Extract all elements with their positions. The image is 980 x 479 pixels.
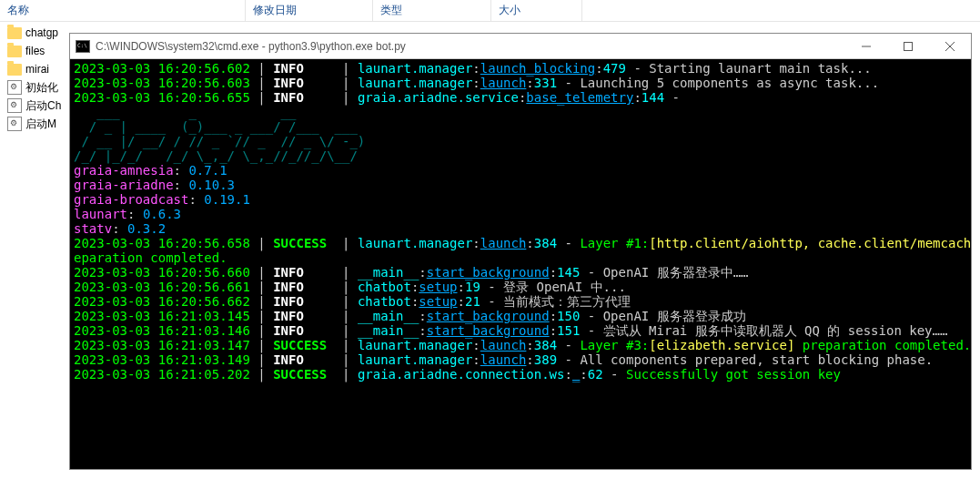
col-date[interactable]: 修改日期: [246, 0, 373, 22]
cmd-body[interactable]: 2023-03-03 16:20:56.602 | INFO | launart…: [70, 59, 971, 469]
col-type[interactable]: 类型: [373, 0, 491, 22]
folder-icon: [7, 46, 22, 57]
minimize-button[interactable]: [845, 34, 887, 59]
col-name[interactable]: 名称: [0, 0, 246, 22]
window-controls: [845, 34, 971, 58]
batch-file-icon: [7, 80, 22, 95]
cmd-window: C:\WINDOWS\system32\cmd.exe - python3.9\…: [69, 33, 972, 470]
file-label: chatgp: [25, 26, 58, 39]
file-label: files: [25, 45, 45, 57]
close-button[interactable]: [929, 34, 971, 59]
maximize-button[interactable]: [887, 34, 929, 59]
file-label: 初始化: [25, 80, 58, 96]
batch-file-icon: [7, 117, 22, 131]
file-label: mirai: [25, 63, 49, 76]
folder-icon: [7, 64, 22, 76]
batch-file-icon: [7, 98, 22, 113]
svg-rect-1: [904, 43, 913, 51]
folder-icon: [7, 27, 22, 39]
cmd-icon: [76, 40, 90, 53]
column-headers: 名称 修改日期 类型 大小: [0, 0, 980, 22]
file-label: 启动M: [25, 117, 56, 132]
file-label: 启动Ch: [25, 98, 61, 114]
col-size[interactable]: 大小: [491, 0, 582, 22]
cmd-titlebar[interactable]: C:\WINDOWS\system32\cmd.exe - python3.9\…: [70, 34, 971, 59]
cmd-title: C:\WINDOWS\system32\cmd.exe - python3.9\…: [96, 40, 845, 53]
